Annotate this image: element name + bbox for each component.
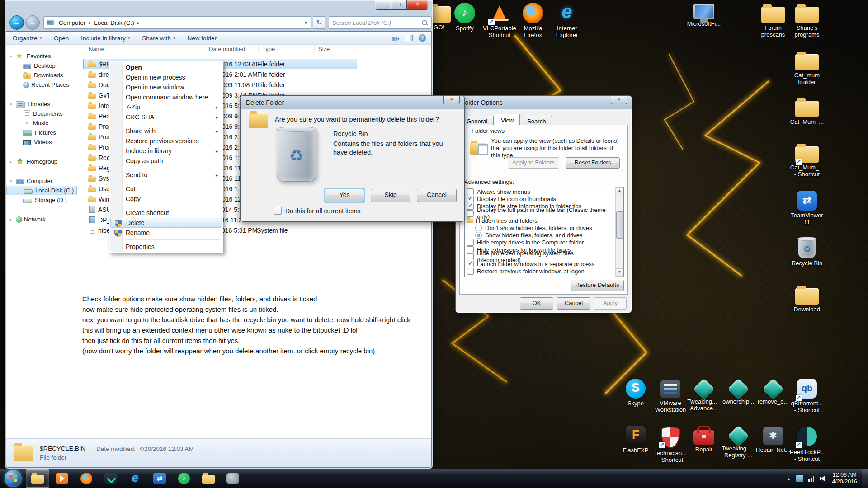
setting-control[interactable]	[467, 261, 474, 267]
restore-defaults-button[interactable]: Restore Defaults	[571, 280, 624, 291]
close-button[interactable]: ×	[406, 0, 428, 10]
desktop-icon-tweaking-registry[interactable]: Tweaking... - Registry ...	[721, 426, 755, 459]
sidebar-item-videos[interactable]: Videos	[6, 137, 77, 147]
context-menu-item[interactable]: Properties	[110, 242, 222, 252]
desktop-icon-cat-mum[interactable]: Cat_Mum_...	[790, 97, 824, 125]
taskbar-app2-button[interactable]	[221, 469, 245, 488]
address-dropdown-icon[interactable]	[305, 20, 307, 25]
setting-control[interactable]	[467, 246, 474, 253]
toolbar-button[interactable]: Open	[54, 35, 69, 42]
desktop-icon-firefox[interactable]: Mozilla Firefox	[516, 3, 550, 38]
context-menu-item[interactable]: Include in library	[110, 146, 222, 156]
do-for-all-checkbox[interactable]	[274, 207, 282, 215]
preview-pane-icon[interactable]	[405, 35, 413, 41]
context-menu-item[interactable]: Rename	[110, 228, 222, 238]
forward-button[interactable]	[25, 15, 40, 30]
advanced-settings-list[interactable]: Always show menus Display file icon on t…	[464, 187, 624, 277]
volume-icon[interactable]	[820, 475, 827, 482]
desktop-icon-repair-net[interactable]: Repair_Net...	[756, 426, 790, 453]
refresh-button[interactable]	[313, 16, 326, 29]
context-menu-item[interactable]	[110, 238, 222, 242]
toolbar-button[interactable]: New folder	[188, 35, 217, 42]
sidebar-group-favorites[interactable]: ▾ Favorites	[6, 52, 77, 61]
context-menu-item[interactable]: 7-Zip	[110, 102, 222, 112]
desktop-icon-technician[interactable]: Technician... - Shortcut	[653, 426, 688, 463]
taskbar-folder-button[interactable]	[197, 469, 220, 488]
sidebar-item-music[interactable]: Music	[6, 118, 77, 128]
network-icon[interactable]	[808, 475, 815, 482]
help-icon[interactable]: ?	[419, 34, 426, 42]
toolbar-button[interactable]: Include in library	[81, 35, 130, 42]
advanced-setting-row[interactable]: Don't show hidden files, folders, or dri…	[465, 224, 615, 231]
scroll-down-icon[interactable]: ▼	[616, 268, 623, 277]
close-button[interactable]	[611, 96, 627, 104]
column-header[interactable]: Size	[315, 45, 355, 53]
yes-button[interactable]: Yes	[325, 189, 364, 202]
cancel-button[interactable]: Cancel	[417, 189, 457, 202]
breadcrumb-item[interactable]: Computer	[57, 18, 88, 28]
setting-control[interactable]	[467, 203, 474, 210]
context-menu-item[interactable]: Send to	[110, 170, 222, 180]
back-button[interactable]	[9, 15, 24, 30]
context-menu-item[interactable]: Open	[110, 62, 222, 72]
sidebar-item-downloads[interactable]: Downloads	[6, 70, 77, 80]
close-button[interactable]	[443, 96, 460, 104]
desktop-icon-qbittorrent[interactable]: qBittorrent... - Shortcut	[790, 379, 824, 413]
sidebar-item-desktop[interactable]: Desktop	[6, 61, 77, 70]
context-menu-item[interactable]	[110, 166, 222, 170]
desktop-icon-internet-explorer[interactable]: Internet Explorer	[550, 3, 584, 38]
setting-control[interactable]	[467, 268, 474, 275]
advanced-setting-row[interactable]: Show hidden files, folders, and drives	[465, 231, 615, 239]
setting-control[interactable]	[467, 239, 474, 246]
context-menu-item[interactable]: Copy as path	[110, 156, 222, 166]
taskbar-explorer-button[interactable]	[26, 469, 49, 488]
context-menu-item[interactable]: Open in new process	[110, 72, 222, 82]
desktop-icon-skype[interactable]: Skype	[618, 379, 653, 407]
change-view-icon[interactable]	[392, 34, 399, 42]
expander-arrow-icon[interactable]: ▾	[10, 179, 16, 183]
advanced-setting-row[interactable]: Always show menus	[465, 188, 615, 195]
desktop-icon-microsoftfi[interactable]: MicrosoftFi...	[687, 2, 721, 27]
desktop-icon-teamviewer[interactable]: TeamViewer 11	[790, 190, 824, 225]
setting-control[interactable]	[467, 253, 474, 260]
desktop-icon-vmware[interactable]: VMware Workstation	[653, 379, 688, 413]
context-menu-item[interactable]: Delete	[110, 218, 222, 228]
breadcrumb-item[interactable]: Local Disk (C:)	[92, 18, 137, 28]
desktop-icon-cat-mum-builder[interactable]: Cat_mum builder	[790, 51, 824, 85]
desktop-icon-tweaking-advanced[interactable]: Tweaking... - Advance...	[687, 379, 721, 412]
desktop-icon-download[interactable]: Download	[790, 285, 824, 313]
sidebar-group-libraries[interactable]: ▾ Libraries	[6, 99, 77, 109]
cancel-button[interactable]: Cancel	[557, 297, 590, 310]
desktop-icon-remove-o[interactable]: remove_o...	[756, 379, 790, 405]
expander-arrow-icon[interactable]: ▾	[10, 102, 16, 107]
maximize-button[interactable]: □	[391, 0, 406, 10]
scroll-up-icon[interactable]: ▲	[616, 187, 623, 195]
column-header[interactable]: Date modified	[205, 45, 259, 53]
taskbar-media-player-button[interactable]	[50, 469, 74, 488]
setting-control[interactable]	[475, 232, 482, 239]
context-menu-item[interactable]: Share with	[110, 126, 222, 136]
expander-arrow-icon[interactable]: ▸	[10, 217, 16, 222]
context-menu-item[interactable]	[110, 180, 222, 184]
taskbar-ie-button[interactable]	[123, 469, 147, 488]
taskbar-app-button[interactable]	[99, 469, 123, 488]
setting-control[interactable]	[467, 210, 474, 217]
start-button[interactable]	[5, 470, 22, 487]
apply-to-folders-button[interactable]: Apply to Folders	[508, 157, 559, 169]
desktop-icon-shanes-programs[interactable]: Shane's programs	[790, 3, 824, 38]
tray-app-icon[interactable]	[796, 475, 803, 482]
tab[interactable]: View	[495, 114, 520, 125]
sidebar-item-documents[interactable]: Documents	[6, 109, 77, 118]
context-menu-item[interactable]: Restore previous versions	[110, 136, 222, 146]
advanced-setting-row[interactable]: Display the full path in the title bar (…	[465, 210, 615, 217]
context-menu-item[interactable]: Open command window here	[110, 92, 222, 102]
clock[interactable]: 12:06 AM 4/20/2016	[829, 472, 862, 485]
sidebar-item-local-disk-c[interactable]: Local Disk (C:)	[6, 186, 77, 195]
desktop-icon-vlcportable[interactable]: VLCPortable Shortcut	[482, 3, 517, 38]
desktop-icon-peerblock[interactable]: PeerBlockP... - Shortcut	[790, 426, 824, 462]
desktop-icon-flashfxp[interactable]: FlashFXP	[618, 426, 653, 454]
show-desktop-button[interactable]	[862, 469, 868, 488]
desktop-icon-recycle-bin[interactable]: Recycle Bin	[790, 237, 824, 267]
scrollbar[interactable]: ▲ ▼	[615, 187, 623, 277]
toolbar-button[interactable]: Share with	[142, 35, 175, 42]
